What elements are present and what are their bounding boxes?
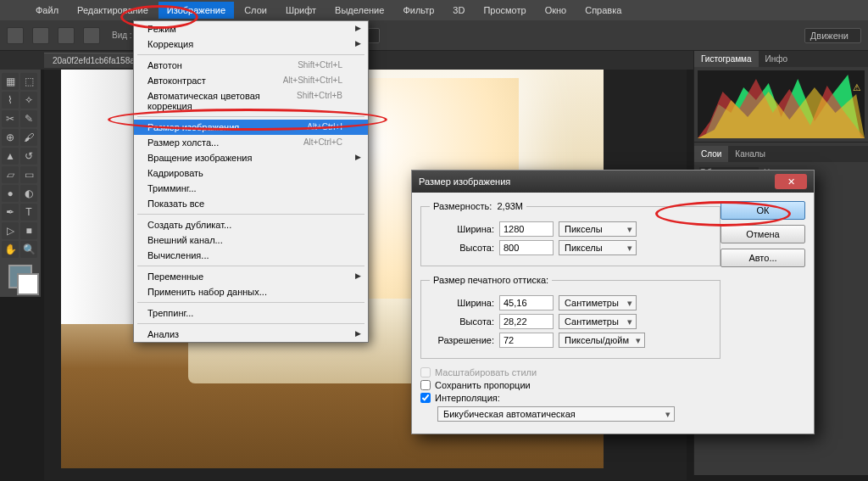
dialog-titlebar[interactable]: Размер изображения ✕ bbox=[412, 171, 814, 193]
move-tool[interactable]: ▦ bbox=[2, 73, 19, 90]
menu-item[interactable]: Коррекция bbox=[134, 36, 368, 52]
path-tool[interactable]: ▷ bbox=[2, 222, 19, 239]
menu-item[interactable]: Показать все bbox=[134, 196, 368, 211]
menu-редактирование[interactable]: Редактирование bbox=[69, 2, 157, 19]
eraser-tool[interactable]: ▱ bbox=[2, 166, 19, 183]
resample-label: Интерполяция: bbox=[435, 393, 500, 403]
menu-item[interactable]: Размер изображения...Alt+Ctrl+I bbox=[134, 120, 368, 135]
opt-3[interactable] bbox=[83, 27, 100, 44]
dimensions-label: Размерность: bbox=[433, 201, 492, 211]
pen-tool[interactable]: ✒ bbox=[2, 204, 19, 221]
menu-item[interactable]: Создать дубликат... bbox=[134, 217, 368, 232]
menu-item[interactable]: Автоматическая цветовая коррекцияShift+C… bbox=[134, 88, 368, 114]
menu-окно[interactable]: Окно bbox=[537, 2, 576, 19]
channels-tab[interactable]: Каналы bbox=[728, 146, 772, 162]
close-button[interactable]: ✕ bbox=[775, 174, 807, 189]
marquee-tool[interactable]: ⬚ bbox=[20, 73, 37, 90]
brush-tool[interactable]: 🖌 bbox=[20, 129, 37, 146]
menubar: ФайлРедактированиеИзображениеСлоиШрифтВы… bbox=[0, 0, 868, 20]
scale-styles-label: Масштабировать стили bbox=[435, 367, 537, 378]
menu-item[interactable]: Вращение изображения bbox=[134, 150, 368, 165]
color-swatch[interactable] bbox=[8, 265, 32, 288]
cancel-button[interactable]: Отмена bbox=[721, 225, 805, 243]
dimensions-value: 2,93M bbox=[497, 201, 523, 211]
height-unit[interactable]: Пикселы bbox=[559, 240, 637, 255]
motion-button[interactable]: Движени bbox=[804, 28, 861, 43]
menu-шрифт[interactable]: Шрифт bbox=[277, 2, 325, 19]
width-label: Ширина: bbox=[430, 224, 494, 234]
history-tool[interactable]: ↺ bbox=[20, 148, 37, 165]
tools-panel: ▦⬚ ⌇✧ ✂✎ ⊕🖌 ▲↺ ▱▭ ●◐ ✒T ▷■ ✋🔍 bbox=[0, 70, 41, 297]
view-label: Вид : bbox=[108, 31, 136, 40]
histogram: ⚠ bbox=[698, 70, 865, 138]
menu-item[interactable]: Размер холста...Alt+Ctrl+C bbox=[134, 135, 368, 150]
menu-item[interactable]: Вычисления... bbox=[134, 248, 368, 263]
menu-item[interactable]: Применить набор данных... bbox=[134, 284, 368, 299]
menu-выделение[interactable]: Выделение bbox=[326, 2, 392, 19]
menu-item[interactable]: Анализ bbox=[134, 327, 368, 342]
tool-preset[interactable] bbox=[7, 27, 24, 44]
resample-chk[interactable] bbox=[420, 393, 431, 403]
pwidth-unit[interactable]: Сантиметры bbox=[559, 295, 637, 310]
eyedrop-tool[interactable]: ✎ bbox=[20, 110, 37, 127]
lasso-tool[interactable]: ⌇ bbox=[2, 92, 19, 109]
shape-tool[interactable]: ■ bbox=[20, 222, 37, 239]
menu-item[interactable]: Тримминг... bbox=[134, 181, 368, 196]
constrain-label: Сохранить пропорции bbox=[435, 380, 531, 390]
histogram-tab[interactable]: Гистограмма bbox=[694, 51, 759, 67]
scale-styles-chk[interactable] bbox=[420, 367, 431, 378]
opt-2[interactable] bbox=[58, 27, 75, 44]
menu-фильтр[interactable]: Фильтр bbox=[394, 2, 442, 19]
height-label: Высота: bbox=[430, 243, 494, 253]
res-input[interactable] bbox=[499, 333, 554, 348]
interp-method[interactable]: Бикубическая автоматическая bbox=[437, 406, 675, 422]
menu-item[interactable]: Переменные bbox=[134, 269, 368, 284]
menu-item[interactable]: АвтоконтрастAlt+Shift+Ctrl+L bbox=[134, 73, 368, 88]
pheight-unit[interactable]: Сантиметры bbox=[559, 314, 637, 329]
blur-tool[interactable]: ● bbox=[2, 185, 19, 202]
width-unit[interactable]: Пикселы bbox=[559, 221, 637, 237]
gradient-tool[interactable]: ▭ bbox=[20, 166, 37, 183]
zoom-tool[interactable]: 🔍 bbox=[20, 241, 37, 258]
res-unit[interactable]: Пикселы/дюйм bbox=[559, 333, 645, 348]
menu-item[interactable]: Кадрировать bbox=[134, 165, 368, 181]
menu-item[interactable]: Внешний канал... bbox=[134, 232, 368, 248]
pwidth-input[interactable] bbox=[499, 295, 554, 310]
ok-button[interactable]: ОК bbox=[721, 201, 805, 220]
constrain-chk[interactable] bbox=[420, 380, 431, 390]
stamp-tool[interactable]: ▲ bbox=[2, 148, 19, 165]
pheight-input[interactable] bbox=[499, 314, 554, 329]
heal-tool[interactable]: ⊕ bbox=[2, 129, 19, 146]
menu-слои[interactable]: Слои bbox=[236, 2, 275, 19]
crop-tool[interactable]: ✂ bbox=[2, 110, 19, 127]
height-input[interactable] bbox=[499, 240, 554, 255]
pwidth-label: Ширина: bbox=[430, 298, 494, 308]
menu-item[interactable]: Треппинг... bbox=[134, 305, 368, 321]
width-input[interactable] bbox=[499, 221, 554, 237]
auto-button[interactable]: Авто... bbox=[721, 249, 805, 267]
image-menu-dropdown[interactable]: РежимКоррекцияАвтотонShift+Ctrl+LАвтокон… bbox=[133, 20, 369, 343]
menu-item[interactable]: АвтотонShift+Ctrl+L bbox=[134, 58, 368, 73]
menu-item[interactable]: Режим bbox=[134, 21, 368, 36]
options-bar: Вид : Шир.: Выс.: Уточн. край… Движени bbox=[0, 20, 868, 51]
image-size-dialog: Размер изображения ✕ Размерность: 2,93M … bbox=[411, 170, 815, 434]
svg-text:⚠: ⚠ bbox=[853, 82, 861, 92]
hand-tool[interactable]: ✋ bbox=[2, 241, 19, 258]
print-legend: Размер печатного оттиска: bbox=[430, 275, 552, 285]
layers-tab[interactable]: Слои bbox=[694, 146, 728, 162]
opt-1[interactable] bbox=[32, 27, 49, 44]
menu-3d[interactable]: 3D bbox=[444, 2, 473, 19]
menu-файл[interactable]: Файл bbox=[27, 2, 67, 19]
menu-просмотр[interactable]: Просмотр bbox=[475, 2, 534, 19]
wand-tool[interactable]: ✧ bbox=[20, 92, 37, 109]
info-tab[interactable]: Инфо bbox=[759, 51, 795, 67]
type-tool[interactable]: T bbox=[20, 204, 37, 221]
res-label: Разрешение: bbox=[430, 335, 494, 345]
dodge-tool[interactable]: ◐ bbox=[20, 185, 37, 202]
menu-изображение[interactable]: Изображение bbox=[159, 2, 234, 19]
menu-справка[interactable]: Справка bbox=[576, 2, 630, 19]
dialog-title: Размер изображения bbox=[419, 176, 510, 187]
pheight-label: Высота: bbox=[430, 316, 494, 327]
